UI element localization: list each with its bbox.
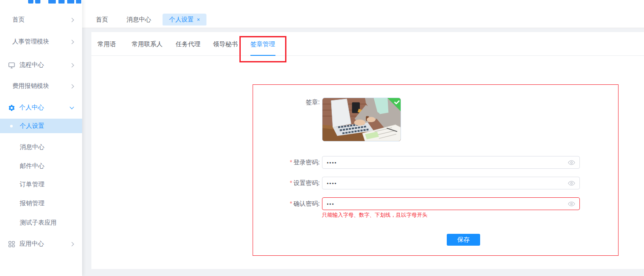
signature-image[interactable] <box>322 98 401 142</box>
password-value: •••• <box>327 181 337 186</box>
sidebar-subitem-test-subtable-app[interactable]: 测试子表应用 <box>0 215 82 230</box>
set-password-input[interactable]: •••• <box>322 177 580 189</box>
sidebar-item-label: 应用中心 <box>19 240 44 248</box>
sidebar-item-label: 人事管理模块 <box>0 38 49 46</box>
eye-icon[interactable] <box>568 200 575 207</box>
login-password-label: *登录密码: <box>256 159 320 166</box>
app-logo[interactable] <box>0 0 82 5</box>
login-password-input[interactable]: •••• <box>322 156 580 169</box>
validation-error-text: 只能输入字母、数字、下划线，且以字母开头 <box>322 211 427 219</box>
close-icon[interactable]: × <box>197 17 200 22</box>
sidebar-subitem-order-management[interactable]: 订单管理 <box>0 177 82 192</box>
subtab-leader-secretary[interactable]: 领导秘书 <box>213 32 238 56</box>
sidebar-subitem-mail-center[interactable]: 邮件中心 <box>0 159 82 174</box>
tab-label: 首页 <box>96 16 108 23</box>
password-value: ••• <box>327 201 335 207</box>
grid-icon <box>8 240 15 248</box>
chevron-right-icon <box>70 63 74 67</box>
sidebar-item-label: 流程中心 <box>19 61 44 69</box>
subtab-label: 签章管理 <box>250 40 275 47</box>
check-badge-icon <box>387 98 401 112</box>
subtab-label: 领导秘书 <box>213 40 238 47</box>
required-asterisk: * <box>290 179 292 186</box>
logo-text-fragment <box>67 0 74 4</box>
window-tabbar: 首页 消息中心 个人设置 × <box>82 0 644 28</box>
chevron-right-icon <box>70 242 74 246</box>
sidebar-subitem-label: 消息中心 <box>20 143 44 151</box>
password-value: •••• <box>327 160 337 165</box>
sidebar-item-label: 费用报销模块 <box>0 82 49 90</box>
subtab-task-agent[interactable]: 任务代理 <box>176 32 200 56</box>
confirm-password-input[interactable]: ••• <box>322 197 580 210</box>
logo-mark-icon <box>35 0 40 4</box>
sidebar: 首页 人事管理模块 流程中心 费用报销模块 个人中心 个人设置 消息中心 <box>0 0 82 276</box>
subtab-common-contacts[interactable]: 常用联系人 <box>132 32 163 56</box>
sidebar-item-app-center[interactable]: 应用中心 <box>0 236 82 251</box>
tab-home[interactable]: 首页 <box>96 14 108 25</box>
content-panel: 常用语 常用联系人 任务代理 领导秘书 签章管理 签章: <box>91 32 644 269</box>
sidebar-subitem-label: 邮件中心 <box>20 162 44 170</box>
sidebar-item-hr-module[interactable]: 人事管理模块 <box>0 34 82 49</box>
sidebar-item-expense-module[interactable]: 费用报销模块 <box>0 79 82 94</box>
save-button[interactable]: 保存 <box>447 234 480 246</box>
chevron-down-icon <box>70 105 74 109</box>
tab-label: 消息中心 <box>127 16 151 23</box>
sidebar-item-personal-center[interactable]: 个人中心 <box>0 100 82 115</box>
settings-subtabs: 常用语 常用联系人 任务代理 领导秘书 签章管理 <box>91 32 644 56</box>
active-subtab-underline <box>250 55 275 56</box>
confirm-password-label: *确认密码: <box>256 200 320 207</box>
bullet-dot-icon <box>10 125 13 127</box>
logo-mark-icon <box>28 0 33 4</box>
eye-icon[interactable] <box>568 180 575 187</box>
eye-icon[interactable] <box>568 159 575 166</box>
sidebar-subitem-reimbursement-management[interactable]: 报销管理 <box>0 196 82 211</box>
required-asterisk: * <box>290 200 292 207</box>
subtab-label: 任务代理 <box>176 40 200 47</box>
set-password-label: *设置密码: <box>256 179 320 186</box>
signature-label: 签章: <box>256 98 320 105</box>
logo-text-fragment <box>76 0 81 4</box>
chevron-right-icon <box>70 18 74 22</box>
subtab-label: 常用语 <box>98 40 116 47</box>
tab-label: 个人设置 <box>169 14 194 25</box>
chevron-right-icon <box>70 40 74 44</box>
logo-text-fragment <box>48 0 56 4</box>
sidebar-item-label: 个人中心 <box>19 104 44 112</box>
sidebar-subitem-label: 订单管理 <box>20 181 44 189</box>
chevron-right-icon <box>70 84 74 88</box>
sidebar-subitem-personal-settings[interactable]: 个人设置 <box>0 119 82 133</box>
tab-personal-settings[interactable]: 个人设置 × <box>163 14 206 25</box>
subtab-label: 常用联系人 <box>132 40 163 47</box>
sidebar-subitem-label: 个人设置 <box>20 122 44 130</box>
gear-icon <box>8 104 15 112</box>
logo-text-fragment <box>58 0 65 4</box>
sidebar-subitem-label: 报销管理 <box>20 200 44 207</box>
tab-message-center[interactable]: 消息中心 <box>127 14 151 25</box>
monitor-icon <box>8 62 15 69</box>
sidebar-item-home[interactable]: 首页 <box>0 12 82 27</box>
sidebar-item-process-center[interactable]: 流程中心 <box>0 58 82 73</box>
subtab-common-phrases[interactable]: 常用语 <box>98 32 116 56</box>
sidebar-item-label: 首页 <box>0 16 25 24</box>
subtab-signature-management[interactable]: 签章管理 <box>250 32 275 56</box>
required-asterisk: * <box>290 159 292 166</box>
sidebar-subitem-label: 测试子表应用 <box>20 219 57 227</box>
sidebar-subitem-message-center[interactable]: 消息中心 <box>0 140 82 155</box>
